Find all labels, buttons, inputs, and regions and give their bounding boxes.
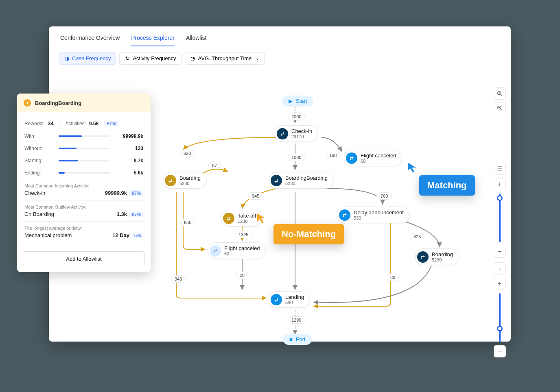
node-boarding-2[interactable]: ⇄ BoardingBoarding 5230 xyxy=(269,172,334,189)
node-boarding-1[interactable]: ⇄ Boarding 5230 xyxy=(163,172,207,189)
panel-icon: ✦ xyxy=(24,99,31,107)
node-value: 60 xyxy=(361,159,396,163)
longest-section: The longest average outflow: Mechanical … xyxy=(24,221,143,242)
toolbar: ◑Case Frequency ↻Activity Frequency ◔AVG… xyxy=(49,46,511,70)
activities-value: 9.5k xyxy=(89,121,98,126)
play-icon: ▶ xyxy=(289,98,293,104)
edge-label: 2000 xyxy=(288,113,305,120)
slider1-plus[interactable]: + xyxy=(494,178,506,190)
edge-label: 620 xyxy=(180,150,195,157)
reworks-value: 34 xyxy=(48,121,53,126)
slider1-track[interactable] xyxy=(499,194,501,242)
node-boarding-3[interactable]: ⇄ Boarding 5230 xyxy=(415,248,459,265)
zoom-in-button[interactable] xyxy=(494,87,506,100)
zoom-controls xyxy=(494,87,506,114)
throughput-label: AVG. Throughput Time xyxy=(198,55,252,61)
node-landing[interactable]: ⇄ Landing 530 xyxy=(269,291,310,308)
filter-icon-button[interactable]: ☰ xyxy=(494,163,506,175)
node-value: 1230 xyxy=(238,219,256,224)
loop-icon: ⇄ xyxy=(277,128,288,139)
stop-icon: ■ xyxy=(289,336,293,342)
add-to-allowlist-button[interactable]: Add to Allowlist xyxy=(23,251,145,266)
edge-label: 650 xyxy=(180,219,195,226)
slider2-minus[interactable]: − xyxy=(494,345,506,357)
node-value: 5230 xyxy=(432,257,453,262)
node-flight-canceled-2[interactable]: ⇄ Flight canceled 60 xyxy=(208,242,266,259)
slider1-minus[interactable]: − xyxy=(494,246,506,258)
matching-callout: Matching xyxy=(419,175,475,196)
filter-slider-2: ↓ + − xyxy=(494,262,506,357)
chevron-down-icon: ⌄ xyxy=(256,56,259,61)
node-value: 5230 xyxy=(285,181,328,186)
details-panel: ✦ BoardingBoarding Reworks:34 Activities… xyxy=(17,94,151,272)
ending-row: Ending:5.6k xyxy=(24,167,143,179)
reworks-label: Reworks: xyxy=(24,121,45,126)
activities-pct: 87% xyxy=(104,121,118,126)
node-name: Flight canceled xyxy=(224,245,260,251)
clock-icon: ◔ xyxy=(190,56,196,61)
loop-icon: ⇄ xyxy=(271,294,282,305)
slider2-down[interactable]: ↓ xyxy=(494,262,506,274)
loop-icon: ⇄ xyxy=(210,245,221,257)
zoom-out-button[interactable] xyxy=(494,102,506,114)
edge-label: 325 xyxy=(410,233,424,240)
activity-frequency-button[interactable]: ↻Activity Frequency xyxy=(119,52,181,65)
slider1-thumb[interactable] xyxy=(497,195,503,201)
svg-line-1 xyxy=(501,94,502,96)
edge-label: 168 xyxy=(326,152,340,159)
panel-body: Reworks:34 Activities:9.5k87% With:99999… xyxy=(17,112,151,247)
with-row: With:99999.9k xyxy=(24,130,143,142)
edge-label: 340 xyxy=(171,275,186,283)
svg-line-5 xyxy=(501,109,502,110)
end-node[interactable]: ■End xyxy=(283,334,312,345)
node-name: Take off xyxy=(238,213,256,219)
node-name: Boarding xyxy=(432,251,453,257)
without-row: Without:123 xyxy=(24,142,143,155)
panel-header: ✦ BoardingBoarding xyxy=(17,94,151,112)
end-label: End xyxy=(296,336,305,342)
panel-title: BoardingBoarding xyxy=(35,100,81,106)
node-name: BoardingBoarding xyxy=(285,175,328,181)
node-value: 530 xyxy=(354,216,404,220)
edge-label: 80 xyxy=(387,274,399,281)
starting-row: Starting:9.7k xyxy=(24,155,143,167)
slider2-plus[interactable]: + xyxy=(494,278,506,290)
tab-conformance[interactable]: Conformance Overview xyxy=(60,35,120,46)
chart-icon: ◑ xyxy=(64,56,70,61)
throughput-time-button[interactable]: ◔AVG. Throughput Time⌄ xyxy=(185,52,265,65)
slider2-track[interactable] xyxy=(499,293,501,342)
node-value: 23170 xyxy=(291,134,312,139)
edge-label: 87 xyxy=(208,162,221,169)
node-delay[interactable]: ⇄ Delay announcement 530 xyxy=(337,207,410,223)
start-label: Start xyxy=(296,98,307,104)
loop-icon: ⇄ xyxy=(417,251,429,263)
node-name: Check-in xyxy=(291,128,312,134)
node-name: Boarding xyxy=(179,175,201,181)
node-name: Delay announcement xyxy=(354,209,404,216)
slider2-thumb[interactable] xyxy=(497,326,503,331)
loop-icon: ⇄ xyxy=(339,209,350,221)
activity-frequency-label: Activity Frequency xyxy=(133,55,176,61)
loop-icon: ⇄ xyxy=(346,152,357,164)
node-value: 530 xyxy=(285,300,304,305)
node-checkin[interactable]: ⇄ Check-in 23170 xyxy=(275,125,318,142)
tab-process-explorer[interactable]: Process Explorer xyxy=(131,35,175,46)
start-node[interactable]: ▶Start xyxy=(282,96,313,107)
tab-allowlist[interactable]: Allowlist xyxy=(186,35,207,46)
edge-label: 945 xyxy=(248,192,263,200)
edge-label: 28 xyxy=(236,272,248,279)
edge-label: 1000 xyxy=(288,154,305,161)
filter-slider-1: ☰ + − xyxy=(494,163,506,258)
loop-icon: ⇄ xyxy=(271,175,282,186)
loop-icon: ⇄ xyxy=(223,213,234,224)
edge-label: 1325 xyxy=(235,231,252,238)
node-value: 5230 xyxy=(179,181,201,186)
cursor-icon xyxy=(407,162,419,174)
no-matching-callout: No-Matching xyxy=(273,224,344,244)
case-frequency-label: Case Frequency xyxy=(72,55,111,61)
loop-icon: ⇄ xyxy=(165,175,176,186)
case-frequency-button[interactable]: ◑Case Frequency xyxy=(59,52,116,65)
node-value: 60 xyxy=(224,251,260,256)
node-flight-canceled-1[interactable]: ⇄ Flight canceled 60 xyxy=(344,150,402,166)
refresh-icon: ↻ xyxy=(125,56,130,61)
